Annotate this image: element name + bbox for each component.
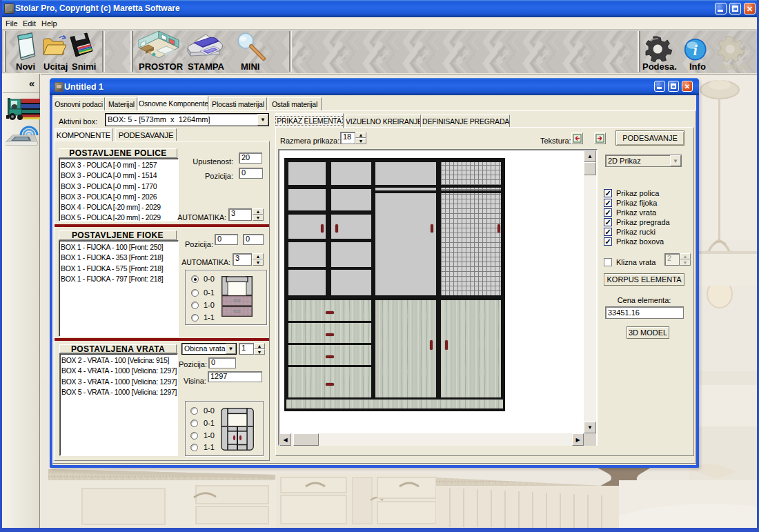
svg-text:i: i [693, 42, 698, 59]
